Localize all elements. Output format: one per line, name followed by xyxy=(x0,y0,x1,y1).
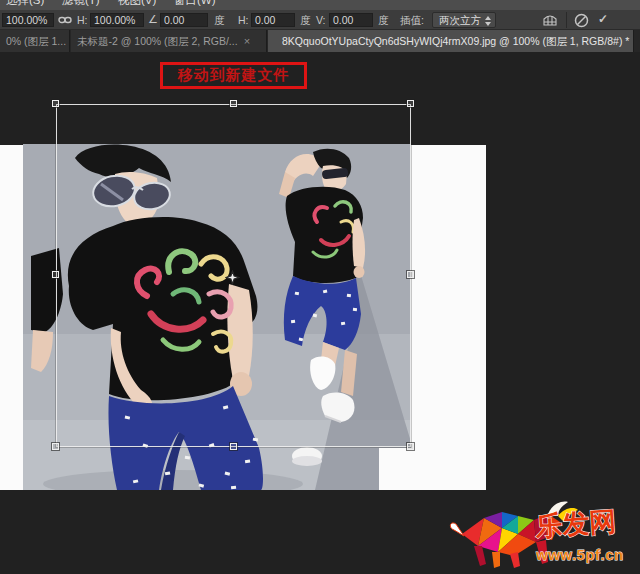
transform-options-bar: 100.00% H: 100.00% ∠ 0.00 度 H: 0.00 度 V:… xyxy=(0,10,640,30)
watermark-site-url: www.5pf.cn xyxy=(535,546,624,563)
transform-handle-mid-left[interactable] xyxy=(52,271,59,278)
rotate-angle-icon: ∠ xyxy=(148,13,158,26)
menu-window[interactable]: 窗口(W) xyxy=(174,0,216,8)
tab-2-title: 未标题-2 @ 100% (图层 2, RGB/... xyxy=(77,35,238,47)
menu-filter[interactable]: 滤镜(T) xyxy=(62,0,100,8)
tab-document-2[interactable]: 未标题-2 @ 100% (图层 2, RGB/...× xyxy=(71,30,267,52)
annotation-box: 移动到新建文件 xyxy=(160,62,307,89)
options-separator xyxy=(566,12,567,28)
width-scale-input[interactable]: 100.00% xyxy=(2,13,54,27)
height-scale-input[interactable]: 100.00% xyxy=(90,13,144,27)
tab-document-3-active[interactable]: 8KQquoOtYUpaCtyQn6dSHyWIQj4rmX09.jpg @ 1… xyxy=(268,30,634,52)
annotation-text: 移动到新建文件 xyxy=(178,66,290,85)
transform-handle-top-center[interactable] xyxy=(230,100,237,107)
link-scale-icon[interactable] xyxy=(58,14,72,28)
vskew-input[interactable]: 0.00 xyxy=(329,13,373,27)
transform-handle-mid-right[interactable] xyxy=(407,271,414,278)
transform-handle-bottom-center[interactable] xyxy=(230,443,237,450)
menu-view[interactable]: 视图(V) xyxy=(118,0,156,8)
hskew-input[interactable]: 0.00 xyxy=(251,13,295,27)
tab-2-close-icon[interactable]: × xyxy=(244,35,250,47)
transform-handle-top-right[interactable] xyxy=(407,100,414,107)
tab-1-title: 0% (图层 1... xyxy=(6,35,66,47)
menu-bar: 选择(S) 滤镜(T) 视图(V) 窗口(W) xyxy=(0,0,640,10)
interpolation-dropdown[interactable]: 两次立方 xyxy=(432,12,496,28)
transform-handle-bottom-left[interactable] xyxy=(52,443,59,450)
transform-handle-top-left[interactable] xyxy=(52,100,59,107)
menu-select[interactable]: 选择(S) xyxy=(6,0,44,8)
transform-handle-bottom-right[interactable] xyxy=(407,443,414,450)
rotate-angle-input[interactable]: 0.00 xyxy=(160,13,208,27)
hskew-label: H: xyxy=(238,14,249,26)
warp-mode-icon[interactable] xyxy=(542,13,558,30)
vskew-label: V: xyxy=(316,14,326,26)
tab-3-title: 8KQquoOtYUpaCtyQn6dSHyWIQj4rmX09.jpg @ 1… xyxy=(282,35,629,47)
height-scale-label: H: xyxy=(77,14,88,26)
degree-label-2: 度 xyxy=(300,14,311,28)
tab-document-1[interactable]: 0% (图层 1...× xyxy=(0,30,70,52)
dropdown-arrows-icon xyxy=(485,16,492,26)
transform-reference-point-icon[interactable] xyxy=(225,270,240,285)
degree-label-3: 度 xyxy=(378,14,389,28)
interpolation-label: 插值: xyxy=(400,14,424,28)
commit-transform-icon[interactable]: ✓ xyxy=(598,12,608,26)
watermark-site-name: 乐发网 xyxy=(533,506,617,542)
document-tab-bar: 0% (图层 1...× 未标题-2 @ 100% (图层 2, RGB/...… xyxy=(0,30,640,52)
cancel-transform-icon[interactable] xyxy=(574,13,589,31)
canvas-workspace: 移动到新建文件 xyxy=(0,52,640,574)
degree-label-1: 度 xyxy=(214,14,225,28)
photoshop-window: 选择(S) 滤镜(T) 视图(V) 窗口(W) 100.00% H: 100.0… xyxy=(0,0,640,574)
watermark: 乐发网 www.5pf.cn xyxy=(444,494,640,574)
